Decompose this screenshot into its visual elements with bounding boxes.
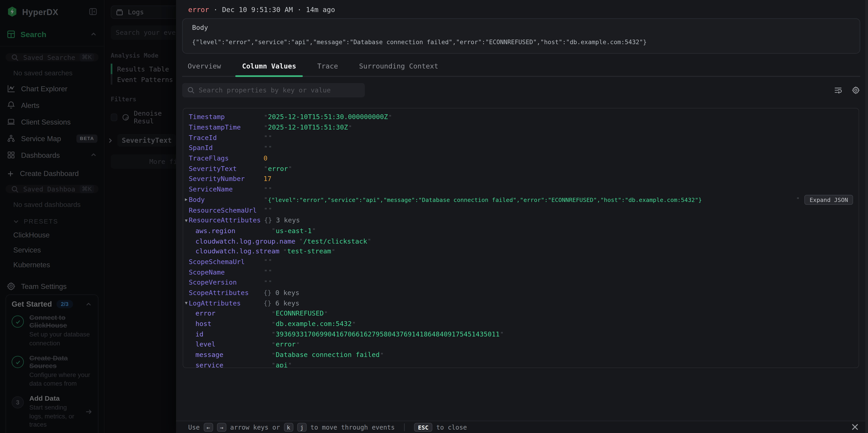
quote-mark: " bbox=[264, 124, 268, 130]
footer-divider bbox=[404, 424, 405, 431]
property-row-Body[interactable]: ▶Body"{"level":"error","service":"api","… bbox=[183, 195, 859, 205]
header-separator: · bbox=[214, 5, 218, 14]
property-row-TraceId[interactable]: TraceId"" bbox=[183, 132, 859, 143]
caret-down-icon[interactable]: ▼ bbox=[185, 301, 188, 306]
property-row-SpanId[interactable]: SpanId"" bbox=[183, 143, 859, 153]
property-row-error[interactable]: error"ECONNREFUSED" bbox=[183, 308, 859, 318]
property-row-ServiceName[interactable]: ServiceName"" bbox=[183, 184, 859, 194]
property-row-message[interactable]: message"Database connection failed" bbox=[183, 350, 859, 360]
quote-mark: " bbox=[264, 258, 268, 265]
property-row-ResourceAttributes[interactable]: ▼ResourceAttributes{}3 keys bbox=[183, 215, 859, 225]
property-row-cloudwatch.log.stream[interactable]: cloudwatch.log.stream"test-stream" bbox=[183, 246, 859, 256]
kbd-k: k bbox=[284, 423, 293, 432]
property-key: service bbox=[195, 361, 268, 368]
body-card-label: Body bbox=[192, 24, 850, 32]
footer-hint-text: arrow keys or bbox=[230, 424, 280, 431]
close-icon[interactable] bbox=[851, 423, 859, 431]
property-search-input[interactable]: Search properties by key or value bbox=[182, 83, 365, 97]
property-row-TraceFlags[interactable]: TraceFlags0 bbox=[183, 153, 859, 163]
property-key: ServiceName bbox=[189, 186, 260, 193]
property-key: error bbox=[195, 310, 268, 317]
quote-mark: " bbox=[264, 207, 268, 213]
property-key: level bbox=[195, 341, 268, 348]
page-scrollbar-strip bbox=[865, 0, 868, 433]
quote-mark: " bbox=[296, 341, 300, 348]
quote-mark: " bbox=[269, 207, 272, 213]
quote-mark: " bbox=[264, 134, 268, 141]
quote-mark: " bbox=[272, 311, 275, 317]
property-key: Body bbox=[189, 196, 260, 204]
property-value: db.example.com:5432 bbox=[276, 320, 352, 328]
quote-mark: " bbox=[272, 228, 275, 234]
quote-mark: " bbox=[272, 341, 275, 348]
property-row-cloudwatch.log.group.name[interactable]: cloudwatch.log.group.name"/test/clicksta… bbox=[183, 236, 859, 246]
kbd-←: ← bbox=[204, 423, 213, 432]
quote-mark: " bbox=[288, 362, 292, 368]
property-value: Database connection failed bbox=[276, 351, 380, 359]
quote-mark: " bbox=[269, 269, 272, 275]
property-row-LogAttributes[interactable]: ▼LogAttributes{}6 keys bbox=[183, 298, 859, 308]
property-value: us-east-1 bbox=[276, 227, 312, 235]
object-brace: {} bbox=[264, 216, 272, 224]
property-key: SeverityNumber bbox=[189, 175, 260, 183]
property-row-ScopeName[interactable]: ScopeName"" bbox=[183, 267, 859, 277]
property-row-level[interactable]: level"error" bbox=[183, 339, 859, 350]
property-row-SeverityNumber[interactable]: SeverityNumber17 bbox=[183, 174, 859, 184]
properties-table: Timestamp"2025-12-10T15:51:30.000000000Z… bbox=[183, 108, 859, 368]
property-value: error bbox=[268, 165, 288, 173]
event-severity: error bbox=[188, 5, 209, 14]
caret-right-icon[interactable]: ▶ bbox=[185, 197, 188, 202]
property-key: ScopeVersion bbox=[189, 279, 260, 286]
property-value: 0 bbox=[264, 155, 268, 162]
property-row-id[interactable]: id"3936933170699041670661627958043769141… bbox=[183, 329, 859, 339]
settings-icon[interactable] bbox=[851, 86, 860, 95]
property-row-ResourceSchemaUrl[interactable]: ResourceSchemaUrl"" bbox=[183, 205, 859, 215]
property-key: ScopeName bbox=[189, 268, 260, 276]
expand-json-button[interactable]: Expand JSON bbox=[805, 195, 853, 205]
quote-mark: " bbox=[272, 352, 275, 358]
event-header: error · Dec 10 9:51:30 AM · 14m ago bbox=[188, 5, 868, 14]
tab-column-values[interactable]: Column Values bbox=[241, 57, 298, 76]
quote-mark: " bbox=[324, 311, 328, 317]
wrap-lines-icon[interactable] bbox=[834, 86, 842, 95]
property-search-placeholder: Search properties by key or value bbox=[199, 86, 331, 94]
property-row-ScopeVersion[interactable]: ScopeVersion"" bbox=[183, 277, 859, 287]
quote-mark: " bbox=[272, 321, 275, 327]
quote-mark: " bbox=[283, 248, 287, 254]
property-value: 2025-12-10T15:51:30Z bbox=[268, 123, 348, 131]
property-row-SeverityText[interactable]: SeverityText"error" bbox=[183, 163, 859, 174]
quote-mark: " bbox=[368, 238, 371, 244]
drawer-tabs: OverviewColumn ValuesTraceSurrounding Co… bbox=[182, 57, 860, 77]
modal-overlay[interactable] bbox=[0, 0, 176, 433]
property-key: LogAttributes bbox=[189, 299, 260, 307]
property-row-host[interactable]: host"db.example.com:5432" bbox=[183, 319, 859, 329]
property-key: SeverityText bbox=[189, 165, 260, 173]
quote-mark: " bbox=[264, 197, 268, 203]
property-value: api bbox=[276, 361, 288, 368]
tab-surrounding-context[interactable]: Surrounding Context bbox=[358, 57, 439, 76]
property-row-ScopeAttributes[interactable]: ScopeAttributes{}0 keys bbox=[183, 287, 859, 298]
property-key: id bbox=[195, 330, 268, 338]
property-value: 3936933170699041670661627958043769141864… bbox=[276, 330, 500, 338]
property-key: host bbox=[195, 320, 268, 328]
property-row-TimestampTime[interactable]: TimestampTime"2025-12-10T15:51:30Z" bbox=[183, 122, 859, 132]
tab-overview[interactable]: Overview bbox=[186, 57, 222, 76]
tab-trace[interactable]: Trace bbox=[316, 57, 339, 76]
quote-mark: " bbox=[269, 258, 272, 265]
quote-mark: " bbox=[796, 197, 800, 203]
caret-down-icon[interactable]: ▼ bbox=[185, 218, 188, 223]
quote-mark: " bbox=[348, 124, 352, 130]
quote-mark: " bbox=[264, 145, 268, 151]
object-key-count: 6 keys bbox=[275, 299, 299, 307]
property-row-ScopeSchemaUrl[interactable]: ScopeSchemaUrl"" bbox=[183, 256, 859, 267]
property-key: TimestampTime bbox=[189, 123, 260, 131]
object-brace: {} bbox=[264, 299, 272, 307]
quote-mark: " bbox=[264, 114, 268, 120]
screen: HyperDX Search Saved Searches ⌘K No save… bbox=[0, 0, 868, 433]
property-row-Timestamp[interactable]: Timestamp"2025-12-10T15:51:30.000000000Z… bbox=[183, 112, 859, 122]
property-value: error bbox=[276, 341, 296, 348]
quote-mark: " bbox=[288, 166, 292, 172]
property-row-aws.region[interactable]: aws.region"us-east-1" bbox=[183, 226, 859, 236]
property-row-service[interactable]: service"api" bbox=[183, 360, 859, 368]
quote-mark: " bbox=[264, 186, 268, 192]
